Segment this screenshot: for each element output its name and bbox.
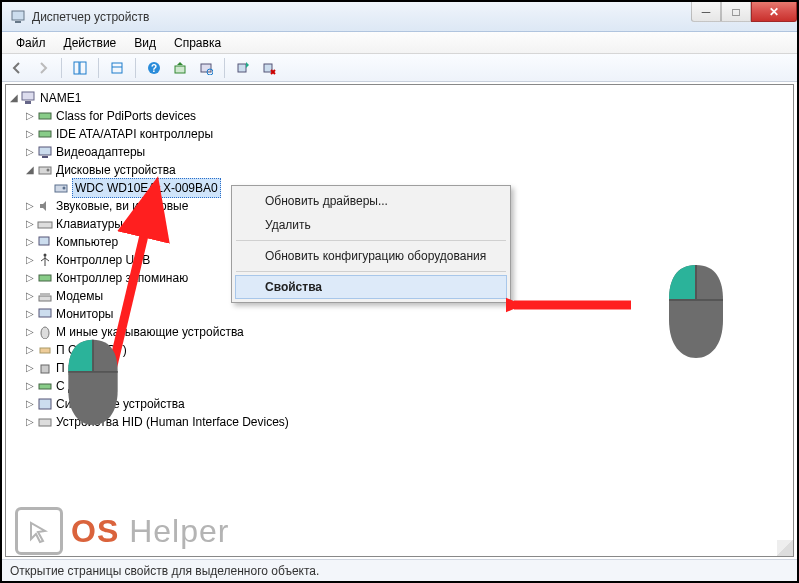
svg-rect-1 — [15, 21, 21, 23]
expand-icon[interactable]: ▷ — [24, 287, 36, 305]
show-hide-tree-button[interactable] — [69, 57, 91, 79]
system-icon — [36, 396, 54, 412]
expand-icon[interactable]: ▷ — [24, 323, 36, 341]
tree-category[interactable]: ▷ Class for PdiPorts devices — [8, 107, 793, 125]
menu-action[interactable]: Действие — [56, 34, 125, 52]
disk-icon — [36, 162, 54, 178]
svg-rect-15 — [22, 92, 34, 100]
status-text: Открытие страницы свойств для выделенног… — [10, 564, 319, 578]
logo-text: OS Helper — [71, 513, 229, 550]
close-button[interactable]: ✕ — [751, 2, 797, 22]
menu-scan-hardware[interactable]: Обновить конфигурацию оборудования — [235, 244, 507, 268]
svg-rect-17 — [39, 113, 51, 119]
back-button[interactable] — [6, 57, 28, 79]
menu-file[interactable]: Файл — [8, 34, 54, 52]
expand-icon[interactable]: ▷ — [24, 359, 36, 377]
svg-rect-35 — [39, 399, 51, 409]
menu-update-drivers[interactable]: Обновить драйверы... — [235, 189, 507, 213]
sound-icon — [36, 198, 54, 214]
forward-button[interactable] — [32, 57, 54, 79]
enable-device-icon[interactable] — [232, 57, 254, 79]
tree-category[interactable]: ▷ Устройства HID (Human Interface Device… — [8, 413, 793, 431]
expand-icon[interactable]: ▷ — [24, 269, 36, 287]
svg-rect-33 — [41, 365, 49, 373]
properties-button[interactable] — [106, 57, 128, 79]
menu-separator — [236, 271, 506, 272]
svg-rect-8 — [175, 66, 185, 73]
svg-rect-25 — [38, 222, 52, 228]
window-controls: ─ □ ✕ — [691, 2, 797, 22]
update-driver-icon[interactable] — [169, 57, 191, 79]
mouse-right-click-icon — [661, 260, 731, 360]
logo-os: OS — [71, 513, 119, 549]
collapse-icon[interactable]: ◢ — [24, 161, 36, 179]
menu-help[interactable]: Справка — [166, 34, 229, 52]
toolbar-sep — [98, 58, 99, 78]
toolbar-sep — [224, 58, 225, 78]
ide-icon — [36, 126, 54, 142]
tree-label: IDE ATA/ATAPI контроллеры — [56, 125, 213, 143]
monitor-icon — [36, 306, 54, 322]
svg-rect-18 — [39, 131, 51, 137]
uninstall-device-icon[interactable] — [258, 57, 280, 79]
svg-rect-30 — [39, 309, 51, 317]
keyboard-icon — [36, 216, 54, 232]
menu-separator — [236, 240, 506, 241]
tree-label: Class for PdiPorts devices — [56, 107, 196, 125]
hid-icon — [36, 414, 54, 430]
svg-point-24 — [63, 187, 66, 190]
expand-icon[interactable]: ▷ — [24, 377, 36, 395]
context-menu: Обновить драйверы... Удалить Обновить ко… — [231, 185, 511, 303]
help-button[interactable]: ? — [143, 57, 165, 79]
expand-icon[interactable]: ▷ — [24, 107, 36, 125]
resize-grip-icon — [777, 540, 793, 556]
expand-icon[interactable]: ▷ — [24, 125, 36, 143]
expand-icon[interactable]: ▷ — [24, 395, 36, 413]
tree-root[interactable]: ◢ NAME1 — [8, 89, 793, 107]
expand-icon[interactable]: ▷ — [24, 413, 36, 431]
menu-properties[interactable]: Свойства — [235, 275, 507, 299]
menu-delete[interactable]: Удалить — [235, 213, 507, 237]
tree-category[interactable]: ▷ IDE ATA/ATAPI контроллеры — [8, 125, 793, 143]
tree-category[interactable]: ▷ Видеоадаптеры — [8, 143, 793, 161]
tree-root-label: NAME1 — [40, 89, 81, 107]
expand-icon[interactable]: ▷ — [24, 251, 36, 269]
storage-controller-icon — [36, 270, 54, 286]
expand-icon[interactable]: ▷ — [24, 143, 36, 161]
titlebar: Диспетчер устройств ─ □ ✕ — [2, 2, 797, 32]
computer-icon — [20, 90, 38, 106]
svg-rect-28 — [39, 275, 51, 281]
expand-icon[interactable]: ▷ — [24, 233, 36, 251]
port-icon — [36, 342, 54, 358]
device-tree-panel[interactable]: ◢ NAME1 ▷ Class for PdiPorts devices ▷ I… — [5, 84, 794, 557]
expand-icon[interactable]: ▷ — [24, 341, 36, 359]
expand-icon[interactable]: ▷ — [24, 197, 36, 215]
tree-label: Видеоадаптеры — [56, 143, 145, 161]
svg-rect-19 — [39, 147, 51, 155]
device-manager-window: Диспетчер устройств ─ □ ✕ Файл Действие … — [2, 2, 797, 581]
hdd-icon — [52, 180, 70, 196]
svg-rect-29 — [39, 296, 51, 301]
network-icon — [36, 378, 54, 394]
menu-view[interactable]: Вид — [126, 34, 164, 52]
svg-rect-36 — [39, 419, 51, 426]
expand-icon[interactable]: ▷ — [24, 305, 36, 323]
collapse-icon[interactable]: ◢ — [8, 89, 20, 107]
watermark-logo: OS Helper — [15, 507, 229, 555]
svg-rect-9 — [201, 64, 211, 72]
statusbar: Открытие страницы свойств для выделенног… — [2, 559, 797, 581]
scan-hardware-icon[interactable] — [195, 57, 217, 79]
svg-rect-26 — [39, 237, 49, 245]
device-icon — [36, 108, 54, 124]
usb-icon — [36, 252, 54, 268]
modem-icon — [36, 288, 54, 304]
svg-point-27 — [44, 254, 47, 257]
cursor-box-icon — [15, 507, 63, 555]
expand-icon[interactable]: ▷ — [24, 215, 36, 233]
toolbar-sep — [135, 58, 136, 78]
mouse-icon — [36, 324, 54, 340]
maximize-button[interactable]: □ — [721, 2, 751, 22]
minimize-button[interactable]: ─ — [691, 2, 721, 22]
svg-rect-34 — [39, 384, 51, 389]
menubar: Файл Действие Вид Справка — [2, 32, 797, 54]
